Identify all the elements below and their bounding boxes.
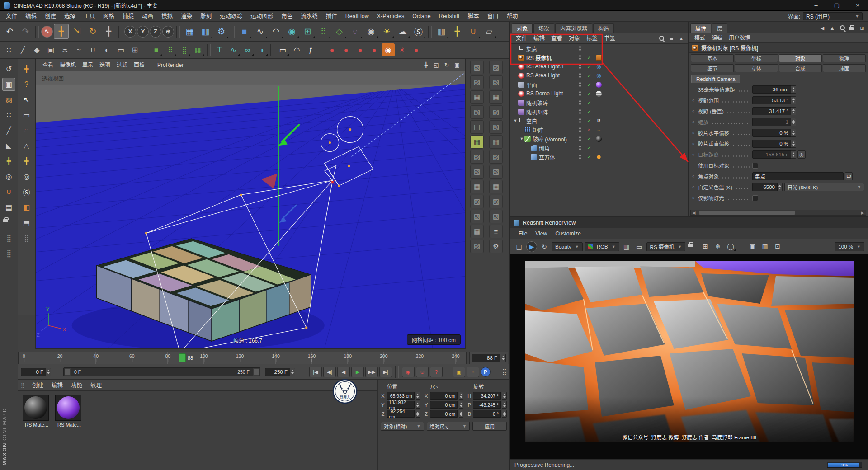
尺寸-Z-value[interactable]: 0 cm: [430, 410, 458, 418]
plane-tool-icon[interactable]: ▤: [20, 216, 33, 229]
palette-slot-icon[interactable]: ▧: [489, 165, 503, 179]
value-stepper[interactable]: [791, 150, 796, 159]
polygons-mode-icon[interactable]: ◣: [2, 139, 15, 152]
rs-area-light-icon[interactable]: ●: [354, 43, 367, 56]
vp-menu-prorender[interactable]: ProRender: [154, 60, 187, 70]
value-stepper[interactable]: [791, 96, 796, 104]
object-row-立方体[interactable]: 立方体✓: [510, 152, 688, 161]
redshift-camera-section[interactable]: Redshift Camera: [691, 75, 740, 83]
palette-slot-icon[interactable]: ▨: [489, 61, 503, 74]
search-icon[interactable]: [838, 24, 846, 32]
menu-脚本[interactable]: 脚本: [463, 11, 483, 22]
enable-axis-icon[interactable]: ╋: [2, 155, 15, 168]
vp-menu-过滤[interactable]: 过滤: [113, 60, 131, 70]
boole-icon[interactable]: ◑: [255, 43, 268, 56]
menu-帮助[interactable]: 帮助: [503, 11, 522, 22]
polygon-pen-icon[interactable]: ∷: [2, 43, 15, 56]
crop-icon[interactable]: ▭: [634, 241, 645, 252]
enable-check-icon[interactable]: ×: [586, 127, 592, 132]
menu-RealFlow[interactable]: RealFlow: [341, 11, 373, 22]
palette-slot-icon[interactable]: ▦: [470, 90, 484, 104]
current-frame-marker[interactable]: [179, 353, 186, 362]
material-item[interactable]: RS Mate...: [55, 395, 83, 428]
vp-menu-显示[interactable]: 显示: [79, 60, 96, 70]
keyframe-pos-icon[interactable]: ▣: [453, 367, 465, 377]
lock-icon[interactable]: [687, 241, 698, 252]
tag-dome-icon[interactable]: [596, 91, 602, 97]
settings-gear-icon[interactable]: ⚙: [489, 240, 503, 253]
metaball-icon[interactable]: ∞: [241, 43, 254, 56]
palette-slot-icon[interactable]: ▨: [489, 195, 503, 208]
om-menu-编辑[interactable]: 编辑: [530, 33, 548, 44]
subdivision-surface-icon[interactable]: ◉: [284, 24, 299, 39]
attr-tab-球面[interactable]: 球面: [823, 64, 866, 72]
menu-运动图形[interactable]: 运动图形: [246, 11, 277, 22]
size-mode-dropdown[interactable]: 绝对尺寸▼: [427, 422, 470, 431]
range-start-stepper[interactable]: [46, 368, 51, 376]
menu-工具[interactable]: 工具: [80, 11, 99, 22]
value-stepper[interactable]: [791, 118, 796, 126]
keyframe-dot-icon[interactable]: ○: [692, 174, 698, 179]
tab-content-browser[interactable]: 内容浏览器: [555, 23, 592, 33]
frame-range-slider[interactable]: 0 F 250 F: [63, 367, 260, 376]
range-handle-left[interactable]: [65, 368, 71, 376]
menu-运动跟踪[interactable]: 运动跟踪: [216, 11, 246, 22]
prev-key-icon[interactable]: ◀|: [323, 367, 336, 377]
attr-tab-对象[interactable]: 对象: [779, 54, 822, 62]
interface-dropdown[interactable]: RS (用户)▼: [803, 12, 863, 20]
image-a-icon[interactable]: ▣: [747, 241, 758, 252]
goto-end-icon[interactable]: ▶|: [379, 367, 392, 377]
viewport-scene[interactable]: Y X Z: [36, 71, 465, 348]
tag-dot-orange-icon[interactable]: [596, 154, 602, 160]
record-keyframe-icon[interactable]: ◉: [402, 367, 415, 377]
胶片垂直偏移-value[interactable]: 0 %: [752, 140, 791, 148]
save-image-icon[interactable]: ▤: [514, 241, 524, 252]
enable-check-icon[interactable]: ✓: [586, 82, 592, 88]
vp-menu-面板[interactable]: 面板: [131, 60, 148, 70]
maximize-button[interactable]: ▢: [826, 0, 847, 11]
axis-icon[interactable]: ╋: [20, 155, 33, 168]
snap-icon[interactable]: ∪: [466, 24, 481, 39]
rs-point-light-icon[interactable]: ●: [326, 43, 339, 56]
lock-icon[interactable]: [848, 24, 856, 32]
beauty-dropdown[interactable]: Beauty▼: [552, 242, 583, 251]
move-plus-icon[interactable]: ╋: [20, 62, 33, 75]
edges-mode-icon[interactable]: ╱: [2, 124, 15, 137]
value-stepper[interactable]: [791, 107, 796, 115]
value-stepper[interactable]: [502, 401, 507, 409]
attr-tab-细节[interactable]: 细节: [691, 64, 734, 72]
位置-X-value[interactable]: 65.933 cm: [387, 392, 415, 400]
enable-check-icon[interactable]: ✓: [586, 73, 592, 79]
scroll-up-icon[interactable]: ▲: [677, 34, 685, 42]
render-picture-viewer-icon[interactable]: ▥: [198, 24, 213, 39]
frame-input[interactable]: 88 F: [472, 354, 500, 362]
attr-menu-模式[interactable]: 模式: [691, 33, 708, 43]
palette-dots-icon[interactable]: ⣿: [2, 247, 15, 260]
mograph-cube-icon[interactable]: ■: [150, 43, 163, 56]
keyframe-dot-icon[interactable]: ○: [692, 141, 698, 146]
move-tool-icon[interactable]: ╋: [54, 24, 69, 39]
object-row-随机破碎[interactable]: 随机破碎✓: [510, 98, 688, 107]
palette-dots-icon[interactable]: ⣿: [20, 231, 33, 244]
palette-slot-icon[interactable]: ▦: [489, 135, 503, 149]
om-menu-标签[interactable]: 标签: [583, 33, 601, 44]
om-menu-文件[interactable]: 文件: [513, 33, 530, 44]
attr-tab-立体[interactable]: 立体: [735, 64, 778, 72]
model-mode-icon[interactable]: ▣: [2, 78, 15, 91]
rotate-view-icon[interactable]: ↻: [442, 61, 451, 70]
value-stepper[interactable]: [459, 401, 463, 409]
visibility-toggles[interactable]: [578, 55, 582, 60]
extrude-icon[interactable]: ▣: [44, 43, 57, 56]
range-end-stepper[interactable]: [290, 368, 295, 376]
search-icon[interactable]: [657, 34, 665, 42]
spline-arc-icon[interactable]: ◠: [269, 24, 283, 39]
palette-slot-icon[interactable]: ▧: [470, 105, 484, 119]
redo-icon[interactable]: ↷: [18, 24, 33, 39]
visibility-toggles[interactable]: [578, 155, 582, 159]
rgb-dropdown[interactable]: RGB▼: [585, 242, 619, 251]
tab-attributes[interactable]: 属性: [690, 23, 711, 33]
make-editable-icon[interactable]: ↺: [2, 62, 15, 75]
enable-check-icon[interactable]: ✓: [586, 118, 592, 124]
tag-mat-purple-icon[interactable]: [596, 82, 602, 88]
coord-system-icon[interactable]: ⊕: [162, 26, 174, 38]
